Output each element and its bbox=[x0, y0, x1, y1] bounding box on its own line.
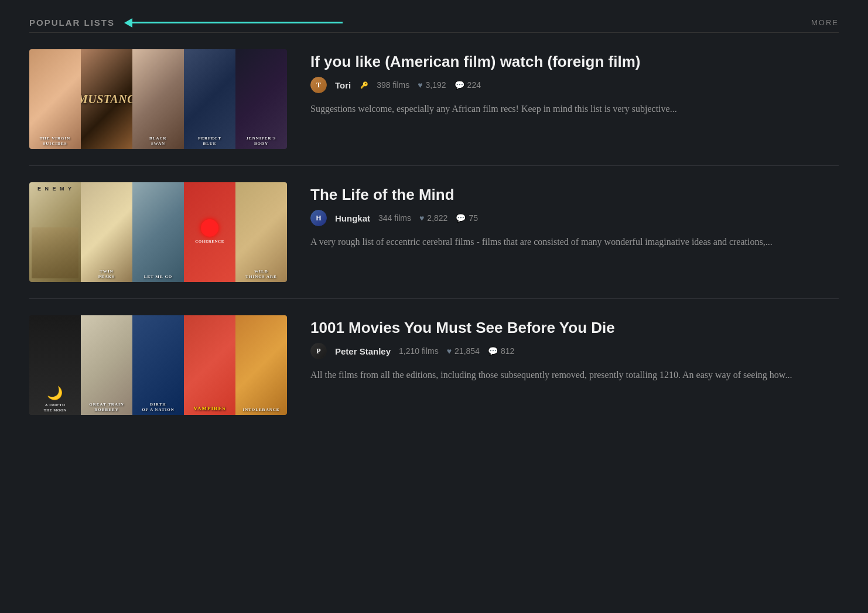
arrow-head-icon bbox=[124, 18, 132, 28]
more-link[interactable]: MORE bbox=[811, 18, 839, 27]
thumb-image: INTOLERANCE bbox=[235, 315, 287, 415]
thumb-2: TWIN PEAKS bbox=[81, 182, 132, 282]
arrow-body bbox=[132, 22, 343, 23]
thumb-5: INTOLERANCE bbox=[235, 315, 287, 415]
likes-stat: ♥ 3,192 bbox=[418, 80, 446, 90]
thumb-image: BIRTH OF A NATION bbox=[132, 315, 184, 415]
thumb-label: LET ME GO bbox=[134, 274, 183, 280]
list-title[interactable]: 1001 Movies You Must See Before You Die bbox=[310, 319, 839, 337]
thumb-1: THE VIRGIN SUICIDES bbox=[29, 49, 81, 149]
thumb-5: WILD THINGS ARE bbox=[235, 182, 287, 282]
list-thumbnails[interactable]: THE VIRGIN SUICIDES mustang BLACK SWAN bbox=[29, 49, 287, 149]
thumb-image: TWIN PEAKS bbox=[81, 182, 132, 282]
thumb-label: BLACK SWAN bbox=[134, 136, 183, 147]
list-thumbnails[interactable]: E N E M Y TWIN PEAKS LET ME GO bbox=[29, 182, 287, 282]
thumb-label: INTOLERANCE bbox=[237, 407, 286, 413]
comments-stat: 💬 812 bbox=[488, 346, 514, 356]
heart-icon: ♥ bbox=[418, 80, 422, 90]
thumb-3: BIRTH OF A NATION bbox=[132, 315, 184, 415]
thumb-4: COHERENCE bbox=[184, 182, 235, 282]
thumb-4: PERFECT BLUE bbox=[184, 49, 235, 149]
thumb-image: LET ME GO bbox=[132, 182, 184, 282]
thumb-image: PERFECT BLUE bbox=[184, 49, 235, 149]
thumb-label: PERFECT BLUE bbox=[185, 136, 234, 147]
comment-icon: 💬 bbox=[454, 80, 464, 90]
likes-stat: ♥ 21,854 bbox=[447, 346, 480, 356]
thumb-image: GREAT TRAIN ROBBERY bbox=[81, 315, 132, 415]
avatar-image: T bbox=[310, 77, 327, 93]
meta-row: H Hungkat 344 films ♥ 2,822 💬 75 bbox=[310, 210, 839, 226]
list-title[interactable]: If you like (American film) watch (forei… bbox=[310, 53, 839, 71]
comment-icon: 💬 bbox=[488, 346, 498, 356]
thumb-image: 🌙 A TRIP TOTHE MOON bbox=[29, 315, 81, 415]
comments-stat: 💬 75 bbox=[456, 213, 478, 223]
list-info: The Life of the Mind H Hungkat 344 films… bbox=[310, 182, 839, 250]
thumb-content: E N E M Y bbox=[29, 182, 81, 282]
thumb-content: 🌙 A TRIP TOTHE MOON bbox=[29, 315, 81, 415]
list-description: Suggestions welcome, especially any Afri… bbox=[310, 101, 839, 117]
thumb-label: WILD THINGS ARE bbox=[237, 269, 286, 280]
thumb-image: WILD THINGS ARE bbox=[235, 182, 287, 282]
films-count: 1,210 films bbox=[399, 346, 439, 356]
thumb-image: E N E M Y bbox=[29, 182, 81, 282]
comment-icon: 💬 bbox=[456, 213, 466, 223]
list-thumbnails[interactable]: 🌙 A TRIP TOTHE MOON GREAT TRAIN ROBBERY bbox=[29, 315, 287, 415]
thumb-3: BLACK SWAN bbox=[132, 49, 184, 149]
author-name[interactable]: Peter Stanley bbox=[335, 346, 391, 356]
thumb-text: COHERENCE bbox=[193, 217, 227, 247]
decorative-arrow bbox=[124, 18, 343, 28]
thumb-label: VAMPIRES bbox=[185, 406, 234, 413]
thumb-content: COHERENCE bbox=[184, 182, 235, 282]
film-label: COHERENCE bbox=[195, 239, 224, 244]
list-title[interactable]: The Life of the Mind bbox=[310, 186, 839, 204]
comments-stat: 💬 224 bbox=[454, 80, 481, 90]
thumb-image: VAMPIRES bbox=[184, 315, 235, 415]
avatar: H bbox=[310, 210, 327, 226]
thumb-label: BIRTH OF A NATION bbox=[134, 402, 183, 413]
thumb-text: 🌙 A TRIP TOTHE MOON bbox=[32, 385, 78, 413]
thumb-label: JENNIFER'S BODY bbox=[237, 136, 286, 147]
section-title: POPULAR LISTS bbox=[29, 18, 115, 28]
list-item: THE VIRGIN SUICIDES mustang BLACK SWAN bbox=[29, 33, 839, 166]
moon-icon: 🌙 bbox=[32, 385, 78, 402]
thumb-label: GREAT TRAIN ROBBERY bbox=[82, 402, 131, 413]
thumb-3: LET ME GO bbox=[132, 182, 184, 282]
thumb-overlay-label: mustang bbox=[81, 49, 132, 149]
pro-badge: 🔑 bbox=[360, 81, 368, 89]
avatar-image: H bbox=[310, 210, 327, 226]
thumb-image: BLACK SWAN bbox=[132, 49, 184, 149]
thumb-image: mustang bbox=[81, 49, 132, 149]
thumb-label: THE VIRGIN SUICIDES bbox=[30, 136, 80, 147]
thumb-1: E N E M Y bbox=[29, 182, 81, 282]
meta-row: P Peter Stanley 1,210 films ♥ 21,854 💬 8… bbox=[310, 343, 839, 359]
films-count: 398 films bbox=[377, 80, 409, 90]
author-name[interactable]: Tori bbox=[335, 80, 351, 90]
thumb-2: GREAT TRAIN ROBBERY bbox=[81, 315, 132, 415]
page-container: POPULAR LISTS MORE THE VIRGIN SUICIDES bbox=[0, 0, 868, 449]
author-name[interactable]: Hungkat bbox=[335, 213, 370, 223]
ping-pong-ball bbox=[201, 219, 218, 237]
thumb-image: JENNIFER'S BODY bbox=[235, 49, 287, 149]
thumb-5: JENNIFER'S BODY bbox=[235, 49, 287, 149]
thumb-image: COHERENCE bbox=[184, 182, 235, 282]
list-info: 1001 Movies You Must See Before You Die … bbox=[310, 315, 839, 383]
list-item: E N E M Y TWIN PEAKS LET ME GO bbox=[29, 166, 839, 299]
section-header: POPULAR LISTS MORE bbox=[29, 18, 839, 28]
thumb-graphic bbox=[32, 227, 78, 278]
thumb-1: 🌙 A TRIP TOTHE MOON bbox=[29, 315, 81, 415]
thumb-image: THE VIRGIN SUICIDES bbox=[29, 49, 81, 149]
list-info: If you like (American film) watch (forei… bbox=[310, 49, 839, 117]
thumb-text: E N E M Y bbox=[32, 186, 78, 193]
films-count: 344 films bbox=[378, 213, 411, 223]
thumb-label: TWIN PEAKS bbox=[82, 269, 131, 280]
heart-icon: ♥ bbox=[419, 213, 424, 223]
thumb-2: mustang bbox=[81, 49, 132, 149]
list-item: 🌙 A TRIP TOTHE MOON GREAT TRAIN ROBBERY bbox=[29, 299, 839, 431]
likes-stat: ♥ 2,822 bbox=[419, 213, 447, 223]
avatar-image: P bbox=[310, 343, 327, 359]
meta-row: T Tori 🔑 398 films ♥ 3,192 💬 224 bbox=[310, 77, 839, 93]
film-label: A TRIP TOTHE MOON bbox=[32, 403, 78, 413]
avatar: T bbox=[310, 77, 327, 93]
heart-icon: ♥ bbox=[447, 346, 452, 356]
header-left: POPULAR LISTS bbox=[29, 18, 343, 28]
